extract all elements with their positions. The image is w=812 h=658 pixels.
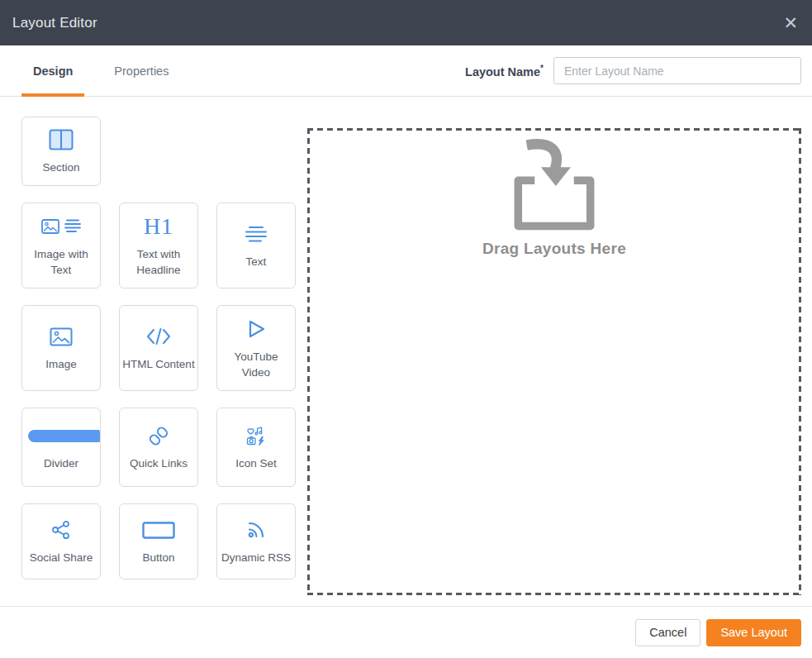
drop-zone-text: Drag Layouts Here xyxy=(482,240,626,258)
tile-label: Social Share xyxy=(28,550,95,565)
icon-set-icon xyxy=(217,423,295,448)
tile-label: Button xyxy=(140,550,176,565)
toolbar: Design Properties Layout Name* xyxy=(0,45,812,97)
link-chain-icon xyxy=(120,423,197,448)
tile-label: Dynamic RSS xyxy=(220,550,292,565)
palette-tile-divider[interactable]: Divider xyxy=(21,408,101,487)
widget-palette: Section Image with Text H1 Text with Hea xyxy=(21,117,296,606)
tile-label: Divider xyxy=(42,455,80,471)
layout-editor-modal: Layout Editor ✕ Design Properties Layout… xyxy=(0,0,812,658)
tab-design[interactable]: Design xyxy=(21,45,84,96)
tile-label: Text xyxy=(245,254,268,269)
cancel-button[interactable]: Cancel xyxy=(635,619,700,646)
palette-tile-button[interactable]: Button xyxy=(119,503,198,579)
tab-properties[interactable]: Properties xyxy=(102,45,180,96)
tile-label: HTML Content xyxy=(121,356,196,372)
tile-label: Text with Headline xyxy=(120,246,197,278)
main-area: Section Image with Text H1 Text with Hea xyxy=(0,97,812,606)
play-icon xyxy=(217,317,295,341)
palette-tile-html-content[interactable]: HTML Content xyxy=(119,305,198,391)
divider-bar-icon xyxy=(22,423,100,448)
drag-drop-arrow-icon xyxy=(503,139,605,233)
tile-label: Quick Links xyxy=(128,455,189,471)
tile-label: Section xyxy=(40,160,81,175)
palette-tile-image[interactable]: Image xyxy=(21,305,101,391)
modal-footer: Cancel Save Layout xyxy=(0,606,812,658)
palette-tile-text[interactable]: Text xyxy=(216,203,296,288)
palette-tile-image-with-text[interactable]: Image with Text xyxy=(21,203,101,288)
layout-name-group: Layout Name* xyxy=(465,45,801,96)
share-icon xyxy=(22,517,100,542)
layout-drop-zone[interactable]: Drag Layouts Here xyxy=(307,128,801,595)
modal-title: Layout Editor xyxy=(12,15,97,31)
required-asterisk: * xyxy=(540,64,544,73)
image-with-text-icon xyxy=(22,214,100,239)
palette-tile-quick-links[interactable]: Quick Links xyxy=(119,408,198,487)
close-icon[interactable]: ✕ xyxy=(783,14,798,31)
rss-icon xyxy=(217,517,295,542)
code-icon xyxy=(120,324,197,349)
tile-label: Image with Text xyxy=(22,246,100,278)
modal-header: Layout Editor ✕ xyxy=(0,0,812,45)
save-layout-button[interactable]: Save Layout xyxy=(706,619,801,646)
palette-tile-social-share[interactable]: Social Share xyxy=(21,503,101,579)
layout-name-input[interactable] xyxy=(553,57,801,84)
palette-tile-icon-set[interactable]: Icon Set xyxy=(216,408,296,487)
palette-tile-youtube-video[interactable]: YouTube Video xyxy=(216,305,296,391)
tile-label: Image xyxy=(44,356,78,372)
tile-label: YouTube Video xyxy=(217,349,295,380)
palette-tile-text-with-headline[interactable]: H1 Text with Headline xyxy=(119,203,198,288)
image-icon xyxy=(22,324,100,349)
layout-name-label: Layout Name* xyxy=(465,64,544,79)
headline-h1-icon: H1 xyxy=(120,214,197,239)
button-rect-icon xyxy=(120,517,197,542)
section-icon xyxy=(22,127,100,152)
tile-label: Icon Set xyxy=(234,455,278,471)
text-lines-icon xyxy=(217,222,295,246)
palette-tile-section[interactable]: Section xyxy=(21,117,101,186)
tab-bar: Design Properties xyxy=(21,45,198,96)
palette-tile-dynamic-rss[interactable]: Dynamic RSS xyxy=(216,503,296,579)
